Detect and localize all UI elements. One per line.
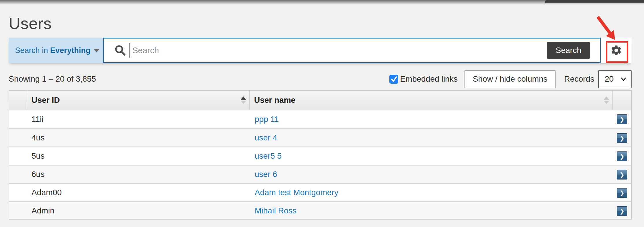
user-id-cell: Admin — [27, 201, 250, 219]
user-name-cell: user 4 — [250, 128, 613, 147]
sort-desc-icon — [241, 101, 246, 104]
chevron-right-icon: ❯ — [620, 153, 625, 160]
header-cell-user-id[interactable]: User ID — [27, 91, 250, 110]
search-scope-label: Search in Everything — [9, 46, 90, 55]
search-input-box: Search — [103, 38, 601, 63]
users-table: User ID User name 11ii — [9, 90, 632, 220]
row-cell-empty — [9, 165, 27, 183]
chevron-right-icon: ❯ — [620, 116, 625, 123]
search-bar: Search in Everything Search — [9, 38, 632, 63]
user-name-link[interactable]: user 6 — [255, 170, 277, 179]
header-cell-empty — [9, 91, 27, 110]
user-name-link[interactable]: Adam test Montgomery — [255, 188, 338, 197]
user-name-cell: user 6 — [250, 165, 613, 183]
user-name-link[interactable]: user 4 — [255, 133, 277, 142]
row-action-cell: ❯ — [613, 110, 631, 128]
search-scope-value: Everything — [50, 46, 91, 55]
users-page: Users Search in Everything Search Showin… — [0, 0, 644, 227]
top-bar-right-segment — [545, 0, 644, 3]
table-row: Admin Mihail Ross ❯ — [9, 201, 631, 219]
table-row: 4us user 4 ❯ — [9, 128, 631, 147]
row-cell-empty — [9, 110, 27, 128]
chevron-right-icon: ❯ — [620, 189, 625, 196]
row-action-cell: ❯ — [613, 165, 631, 183]
user-id-cell: 11ii — [27, 110, 250, 128]
row-cell-empty — [9, 128, 27, 147]
checkmark-icon — [391, 76, 397, 83]
sort-asc-icon — [604, 96, 609, 100]
embedded-links-label[interactable]: Embedded links — [400, 74, 458, 84]
row-action-cell: ❯ — [613, 128, 631, 147]
user-id-cell: Adam00 — [27, 183, 250, 201]
toolbar-right-group: Embedded links Show / hide columns Recor… — [389, 70, 632, 88]
list-toolbar: Showing 1 – 20 of 3,855 Embedded links S… — [9, 69, 632, 89]
header-cell-user-name[interactable]: User name — [250, 91, 613, 110]
showing-count-text: Showing 1 – 20 of 3,855 — [9, 74, 96, 84]
open-user-button[interactable]: ❯ — [617, 151, 627, 161]
open-user-button[interactable]: ❯ — [617, 133, 627, 143]
chevron-right-icon: ❯ — [620, 208, 625, 215]
records-label: Records — [564, 74, 594, 84]
sort-desc-icon — [604, 101, 609, 104]
row-action-cell: ❯ — [613, 201, 631, 219]
row-action-cell: ❯ — [613, 183, 631, 201]
user-name-link[interactable]: user5 5 — [255, 151, 282, 160]
sort-asc-icon — [241, 96, 246, 100]
chevron-down-icon — [94, 49, 99, 52]
chevron-down-icon — [619, 75, 628, 83]
open-user-button[interactable]: ❯ — [617, 188, 627, 198]
user-id-cell: 4us — [27, 128, 250, 147]
user-name-link[interactable]: ppp 11 — [255, 115, 279, 124]
row-cell-empty — [9, 183, 27, 201]
user-name-link[interactable]: Mihail Ross — [255, 206, 297, 215]
open-user-button[interactable]: ❯ — [617, 206, 627, 216]
search-input[interactable] — [104, 39, 600, 62]
header-cell-actions — [613, 91, 631, 110]
table-row: 5us user5 5 ❯ — [9, 147, 631, 165]
settings-button[interactable] — [601, 38, 632, 63]
open-user-button[interactable]: ❯ — [617, 170, 627, 180]
user-id-cell: 5us — [27, 147, 250, 165]
user-id-cell: 6us — [27, 165, 250, 183]
page-title: Users — [9, 14, 52, 33]
sort-icon-user-id[interactable] — [241, 96, 246, 104]
open-user-button[interactable]: ❯ — [617, 114, 627, 124]
table-row: 6us user 6 ❯ — [9, 165, 631, 183]
sort-icon-user-name[interactable] — [604, 96, 609, 104]
table-header-row: User ID User name — [9, 91, 631, 110]
user-name-cell: ppp 11 — [250, 110, 613, 128]
records-per-page-select[interactable]: 20 — [598, 70, 632, 88]
table-body: 11ii ppp 11 ❯ 4us user 4 ❯ 5us user5 5 — [9, 110, 631, 219]
search-scope-dropdown[interactable]: Search in Everything — [9, 38, 103, 63]
user-name-cell: Adam test Montgomery — [250, 183, 613, 201]
search-button[interactable]: Search — [547, 42, 590, 59]
table-row: 11ii ppp 11 ❯ — [9, 110, 631, 128]
user-name-cell: Mihail Ross — [250, 201, 613, 219]
row-cell-empty — [9, 201, 27, 219]
show-hide-columns-button[interactable]: Show / hide columns — [465, 70, 555, 88]
embedded-links-checkbox[interactable] — [389, 75, 398, 84]
records-selected-value: 20 — [605, 74, 614, 84]
table-row: Adam00 Adam test Montgomery ❯ — [9, 183, 631, 201]
text-cursor — [129, 43, 130, 58]
chevron-right-icon: ❯ — [620, 135, 625, 142]
user-name-cell: user5 5 — [250, 147, 613, 165]
row-cell-empty — [9, 147, 27, 165]
row-action-cell: ❯ — [613, 147, 631, 165]
gear-icon — [610, 44, 622, 56]
chevron-right-icon: ❯ — [620, 171, 625, 178]
